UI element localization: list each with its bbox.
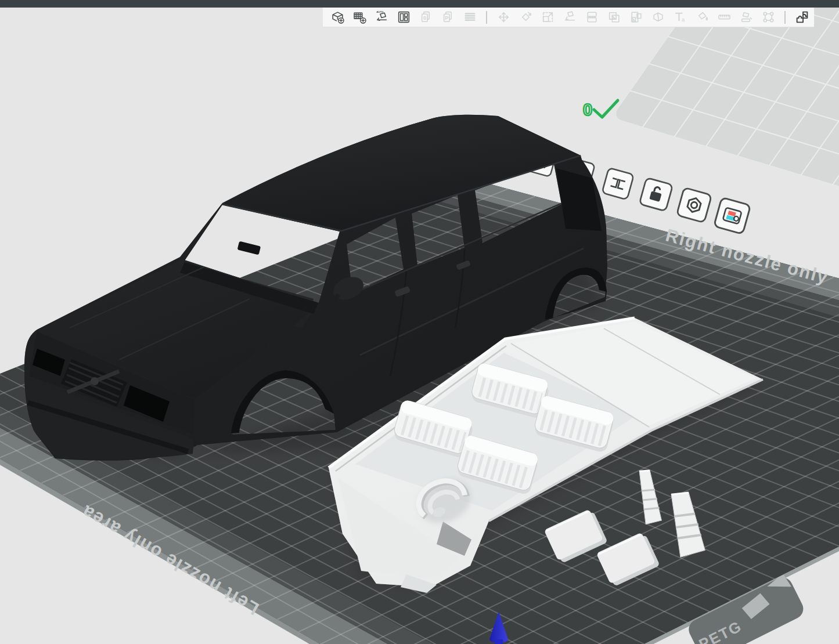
main-toolbar: AUTO0Pa [323,8,814,27]
scale-button[interactable] [536,9,559,26]
boolean-union-icon [607,10,621,24]
split-icon [585,10,599,24]
assembly-view-icon [795,10,809,24]
add-build-plate-icon [352,10,367,24]
window-top-strip [0,0,839,8]
viewport-3d-scene: 0 PETG Right nozzle only Left nozzle onl… [0,0,839,644]
arrange-button[interactable] [393,9,415,26]
plate-index-number: 0 [583,100,592,119]
auto-orient-button[interactable]: AUTO [370,9,393,26]
y-axis-stem [495,639,503,644]
object-list-button[interactable] [459,9,481,26]
copy-object-icon: 0 [419,10,433,24]
add-model-button[interactable] [326,9,348,26]
lay-flat-icon [563,10,577,24]
move-icon [496,10,511,24]
text-tool-letter: a [682,17,685,23]
object-list-icon [463,10,477,24]
assembly-view-button[interactable] [791,9,813,26]
boolean-subtract-button[interactable] [625,9,647,26]
add-text-button[interactable]: a [669,9,691,26]
boolean-union-button[interactable] [603,9,625,26]
copy-object-button[interactable]: 0 [415,9,437,26]
add-text-icon: a [673,10,687,24]
measure-icon [717,10,732,24]
scale-icon [541,10,555,24]
rotate-icon [518,10,533,24]
support-paint-button[interactable] [735,9,757,26]
color-paint-icon [695,10,710,24]
move-button[interactable] [492,9,514,26]
icon-badge-letter: P [445,15,448,21]
mesh-cut-button[interactable] [647,9,669,26]
icon-badge-letter: 0 [423,15,426,21]
split-button[interactable] [581,9,603,26]
seam-paint-icon [761,10,776,24]
slicer-application-window: { "window": { "top_strip_color": "#3b424… [0,0,839,644]
auto-orient-icon: AUTO [375,10,389,24]
car-grille-badge [91,377,99,385]
toolbar-separator [486,11,487,24]
paste-object-icon: P [441,10,455,24]
add-build-plate-button[interactable] [348,9,370,26]
arrange-icon [397,10,411,24]
lay-flat-button[interactable] [559,9,581,26]
mesh-cut-icon [651,10,665,24]
seam-paint-button[interactable] [757,9,779,26]
boolean-subtract-icon [629,10,643,24]
auto-badge-text: AUTO [376,10,384,13]
rotate-button[interactable] [514,9,536,26]
add-model-icon [330,10,345,24]
measure-button[interactable] [713,9,735,26]
paste-object-button[interactable]: P [437,9,459,26]
color-paint-button[interactable] [691,9,713,26]
toolbar-separator [784,11,786,24]
support-paint-icon [739,10,754,24]
